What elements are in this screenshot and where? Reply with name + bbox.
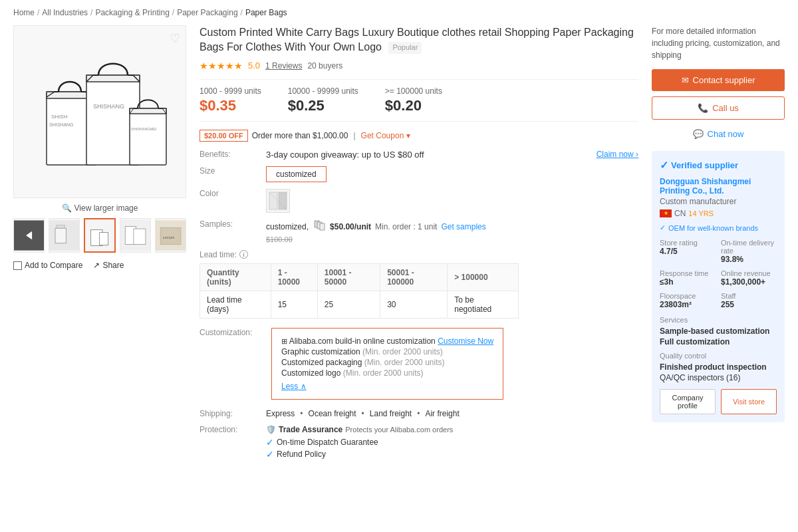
svg-rect-32 bbox=[134, 229, 146, 244]
thumbnail-4[interactable] bbox=[120, 218, 151, 253]
svg-rect-26 bbox=[55, 228, 66, 243]
reviews-link[interactable]: 1 Reviews bbox=[265, 61, 302, 70]
price-value-1: $0.35 bbox=[200, 97, 261, 114]
claim-link[interactable]: Claim now › bbox=[597, 150, 638, 159]
coupon-sep: | bbox=[353, 131, 355, 140]
price-tier-2: 10000 - 99999 units $0.25 bbox=[288, 86, 358, 114]
coupon-row: $20.00 OFF Order more than $1,000.00 | G… bbox=[200, 130, 638, 142]
shipping-ocean: Ocean freight bbox=[309, 409, 356, 418]
custom-text-1: Alibaba.com build-in online customizatio… bbox=[289, 336, 438, 346]
thumb-svg-2 bbox=[49, 219, 79, 252]
custom-gray-4: (Min. order 2000 units) bbox=[343, 368, 424, 378]
get-samples-link[interactable]: Get samples bbox=[441, 222, 485, 231]
benefits-label: Benefits: bbox=[200, 150, 266, 159]
supplier-actions: Company profile Visit store bbox=[660, 389, 777, 414]
compare-label: Add to Compare bbox=[25, 261, 82, 270]
main-container: ♡ SHISH SHISHANG S bbox=[0, 25, 798, 481]
custom-item-1: ⊞ Alibaba.com build-in online customizat… bbox=[281, 336, 493, 346]
breadcrumb-home[interactable]: Home bbox=[13, 8, 35, 17]
breadcrumb-sep-4: / bbox=[241, 8, 243, 17]
customise-now-link[interactable]: Customise Now bbox=[438, 336, 493, 346]
size-option-customized[interactable]: customized bbox=[266, 166, 327, 182]
svg-rect-37 bbox=[279, 192, 287, 209]
coupon-tag: $20.00 OFF bbox=[200, 130, 248, 142]
share-label: Share bbox=[102, 261, 124, 270]
get-coupon-button[interactable]: Get Coupon ▾ bbox=[361, 131, 410, 140]
customization-box: ⊞ Alibaba.com build-in online customizat… bbox=[271, 328, 503, 400]
guarantee-refund: ✓ Refund Policy bbox=[266, 449, 453, 460]
view-larger-button[interactable]: 🔍 View larger image bbox=[13, 203, 186, 213]
stat-value-5: 255 bbox=[721, 300, 777, 309]
sample-price: $50.00/unit bbox=[330, 222, 371, 231]
rating-number: 5.0 bbox=[248, 61, 260, 70]
protection-content: 🛡️ Trade Assurance Protects your Alibaba… bbox=[266, 425, 453, 461]
stats-grid: Store rating 4.7/5 On-time delivery rate… bbox=[660, 239, 777, 309]
thumbnail-2[interactable] bbox=[49, 218, 80, 253]
guarantee-text-1: On-time Dispatch Guarantee bbox=[277, 438, 378, 447]
shipping-options: Express • Ocean freight • Land freight •… bbox=[266, 409, 460, 418]
stat-value-4: 23803m² bbox=[660, 300, 716, 309]
custom-text-4: Customized logo bbox=[281, 368, 340, 378]
supplier-name-link[interactable]: Dongguan Shishangmei Printing Co., Ltd. bbox=[660, 177, 777, 196]
custom-text-2: Graphic customization bbox=[281, 347, 360, 356]
thumbnails-row: sample bbox=[13, 218, 186, 253]
thumbnail-5[interactable]: sample bbox=[155, 218, 186, 253]
breadcrumb-paper-packaging[interactable]: Paper Packaging bbox=[177, 8, 237, 17]
phone-icon: 📞 bbox=[698, 103, 708, 113]
visit-store-button[interactable]: Visit store bbox=[721, 389, 777, 414]
thumb-svg-5: sample bbox=[156, 219, 186, 252]
rating-row: ★★★★★ 5.0 1 Reviews 20 buyers bbox=[200, 61, 638, 71]
table-cell-3: 30 bbox=[380, 291, 448, 318]
buyers-count: 20 buyers bbox=[307, 61, 342, 70]
supplier-country: ★ CN 14 YRS bbox=[660, 209, 777, 218]
less-link[interactable]: Less ∧ bbox=[281, 382, 307, 391]
breadcrumb-packaging[interactable]: Packaging & Printing bbox=[95, 8, 169, 17]
table-cell-label: Lead time (days) bbox=[200, 291, 271, 318]
shipping-row: Shipping: Express • Ocean freight • Land… bbox=[200, 409, 638, 418]
stat-value-2: ≤3h bbox=[660, 277, 716, 287]
china-flag-icon: ★ bbox=[660, 209, 672, 217]
product-image-svg: SHISH SHISHANG SHISHANG SHISHANG bbox=[27, 39, 173, 185]
call-us-button[interactable]: 📞 Call us bbox=[652, 96, 785, 120]
oem-text: OEM for well-known brands bbox=[668, 224, 758, 232]
compare-button[interactable]: Add to Compare bbox=[13, 261, 82, 270]
lead-time-text: Lead time: bbox=[200, 250, 237, 259]
custom-item-2: Graphic customization (Min. order 2000 u… bbox=[281, 347, 493, 356]
company-profile-button[interactable]: Company profile bbox=[660, 389, 716, 414]
view-larger-text: View larger image bbox=[74, 203, 138, 213]
thumb-svg-1 bbox=[14, 219, 44, 252]
lead-time-table: Quantity (units) 1 - 10000 10001 - 50000… bbox=[200, 263, 519, 319]
services-title: Services bbox=[660, 316, 777, 324]
chat-now-button[interactable]: 💬 Chat now bbox=[652, 125, 785, 143]
samples-info: customized, $50.00/unit Min. order : 1 u… bbox=[266, 219, 486, 243]
color-row: Color bbox=[200, 189, 638, 213]
right-column: For more detailed information including … bbox=[652, 25, 785, 467]
info-icon: i bbox=[239, 250, 248, 259]
share-button[interactable]: ↗ Share bbox=[93, 261, 124, 270]
color-options bbox=[266, 189, 290, 213]
shipping-air: Air freight bbox=[425, 409, 459, 418]
contact-supplier-button[interactable]: ✉ Contact supplier bbox=[652, 69, 785, 91]
thumbnail-3[interactable] bbox=[84, 218, 115, 253]
checkbox-icon bbox=[13, 261, 22, 270]
shipping-dot-3: • bbox=[417, 409, 420, 418]
breadcrumb-all-industries[interactable]: All Industries bbox=[42, 8, 88, 17]
price-range-2: 10000 - 99999 units bbox=[288, 86, 358, 96]
share-icon: ↗ bbox=[93, 261, 100, 270]
wishlist-button[interactable]: ♡ bbox=[170, 31, 180, 46]
samples-label: Samples: bbox=[200, 219, 266, 229]
quality-item-1: Finished product inspection bbox=[660, 362, 777, 372]
size-label: Size bbox=[200, 166, 266, 176]
svg-text:SHISHANG: SHISHANG bbox=[49, 122, 74, 127]
price-value-2: $0.25 bbox=[288, 97, 358, 114]
color-swatch-svg bbox=[268, 191, 288, 211]
guarantee-text-2: Refund Policy bbox=[277, 450, 326, 459]
shipping-label: Shipping: bbox=[200, 409, 266, 418]
breadcrumb: Home / All Industries / Packaging & Prin… bbox=[0, 0, 798, 25]
stat-label-2: Response time bbox=[660, 269, 716, 277]
thumbnail-1[interactable] bbox=[13, 218, 45, 253]
check-icon-1: ✓ bbox=[266, 437, 274, 448]
color-swatch-1[interactable] bbox=[266, 189, 290, 213]
custom-item-3: Customized packaging (Min. order 2000 un… bbox=[281, 358, 493, 367]
supplier-type: Custom manufacturer bbox=[660, 197, 777, 206]
